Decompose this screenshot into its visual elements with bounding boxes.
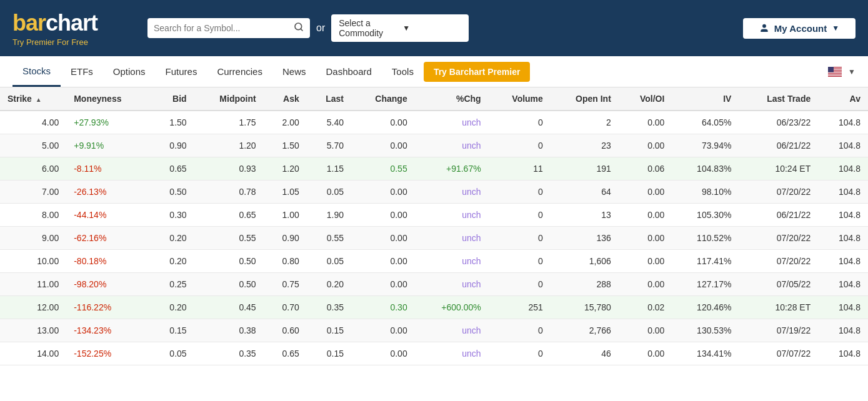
cell-pchg: unch: [415, 204, 489, 227]
flag-icon[interactable]: [828, 67, 842, 77]
cell-bid: 0.20: [151, 250, 194, 273]
col-header-strike[interactable]: Strike ▲: [0, 87, 66, 111]
col-header-bid: Bid: [151, 87, 194, 111]
cell-iv: 110.52%: [672, 227, 739, 250]
cell-iv: 120.46%: [672, 296, 739, 319]
cell-volume: 11: [489, 157, 551, 181]
col-header-ask: Ask: [264, 87, 307, 111]
my-account-button[interactable]: My Account ▼: [743, 18, 856, 39]
cell-change: 0.55: [351, 157, 415, 181]
table-header-row: Strike ▲ Moneyness Bid Midpoint Ask Last…: [0, 87, 868, 111]
nav-item-currencies[interactable]: Currencies: [207, 57, 272, 86]
search-input[interactable]: [154, 23, 289, 33]
cell-last: 0.15: [307, 319, 351, 342]
nav-items: Stocks ETFs Options Futures Currencies N…: [12, 57, 816, 87]
cell-ask: 0.80: [264, 250, 307, 273]
table-row[interactable]: 11.00 -98.20% 0.25 0.50 0.75 0.20 0.00 u…: [0, 273, 868, 296]
cell-last-trade: 07/20/22: [739, 227, 818, 250]
cell-pchg: unch: [415, 250, 489, 273]
logo-area: barchart Try Premier For Free: [12, 10, 137, 47]
cell-open-int: 136: [551, 227, 619, 250]
cell-ask: 0.75: [264, 273, 307, 296]
cell-strike: 13.00: [0, 319, 66, 342]
try-premier-link[interactable]: Try Premier For Free: [12, 37, 137, 47]
table-row[interactable]: 14.00 -152.25% 0.05 0.35 0.65 0.15 0.00 …: [0, 342, 868, 365]
cell-strike: 6.00: [0, 157, 66, 181]
nav-item-options[interactable]: Options: [103, 57, 156, 86]
nav-item-futures[interactable]: Futures: [156, 57, 207, 86]
cell-change: 0.00: [351, 227, 415, 250]
table-row[interactable]: 7.00 -26.13% 0.50 0.78 1.05 0.05 0.00 un…: [0, 181, 868, 204]
cell-bid: 0.25: [151, 273, 194, 296]
cell-open-int: 23: [551, 134, 619, 157]
cell-iv: 64.05%: [672, 111, 739, 134]
cell-pchg: +600.00%: [415, 296, 489, 319]
search-icon: [294, 22, 304, 32]
table-row[interactable]: 5.00 +9.91% 0.90 1.20 1.50 5.70 0.00 unc…: [0, 134, 868, 157]
logo[interactable]: barchart: [12, 10, 137, 36]
col-header-iv: IV: [672, 87, 739, 111]
svg-rect-10: [828, 67, 834, 72]
cell-moneyness: +9.91%: [66, 134, 151, 157]
table-row[interactable]: 8.00 -44.14% 0.30 0.65 1.00 1.90 0.00 un…: [0, 204, 868, 227]
table-row[interactable]: 9.00 -62.16% 0.20 0.55 0.90 0.55 0.00 un…: [0, 227, 868, 250]
cell-last: 1.15: [307, 157, 351, 181]
cell-volume: 0: [489, 111, 551, 134]
cell-midpoint: 0.50: [194, 273, 264, 296]
cell-change: 0.00: [351, 181, 415, 204]
cell-av: 104.8: [818, 111, 868, 134]
data-table-container: Strike ▲ Moneyness Bid Midpoint Ask Last…: [0, 87, 868, 365]
nav-item-etfs[interactable]: ETFs: [61, 57, 103, 86]
table-row[interactable]: 12.00 -116.22% 0.20 0.45 0.70 0.35 0.30 …: [0, 296, 868, 319]
cell-ask: 0.65: [264, 342, 307, 365]
cell-open-int: 64: [551, 181, 619, 204]
cell-strike: 12.00: [0, 296, 66, 319]
cell-av: 104.8: [818, 250, 868, 273]
cell-iv: 130.53%: [672, 319, 739, 342]
chevron-down-icon: ▼: [832, 24, 839, 32]
cell-volume: 0: [489, 181, 551, 204]
cell-open-int: 191: [551, 157, 619, 181]
col-header-av: Av: [818, 87, 868, 111]
table-row[interactable]: 4.00 +27.93% 1.50 1.75 2.00 5.40 0.00 un…: [0, 111, 868, 134]
cell-last: 0.05: [307, 250, 351, 273]
cell-pchg: unch: [415, 134, 489, 157]
col-header-last: Last: [307, 87, 351, 111]
search-box[interactable]: [147, 18, 310, 38]
or-label: or: [316, 22, 325, 34]
cell-volume: 0: [489, 342, 551, 365]
nav-item-dashboard[interactable]: Dashboard: [316, 57, 381, 86]
cell-open-int: 2,766: [551, 319, 619, 342]
cell-pchg: unch: [415, 111, 489, 134]
cell-strike: 14.00: [0, 342, 66, 365]
cell-vol-oi: 0.00: [619, 342, 672, 365]
cell-moneyness: -134.23%: [66, 319, 151, 342]
cell-ask: 1.05: [264, 181, 307, 204]
table-row[interactable]: 6.00 -8.11% 0.65 0.93 1.20 1.15 0.55 +91…: [0, 157, 868, 181]
cell-strike: 5.00: [0, 134, 66, 157]
svg-rect-7: [828, 72, 842, 72]
svg-point-2: [762, 24, 766, 27]
cell-ask: 0.90: [264, 227, 307, 250]
col-header-volume: Volume: [489, 87, 551, 111]
cell-last-trade: 10:24 ET: [739, 157, 818, 181]
cell-vol-oi: 0.00: [619, 319, 672, 342]
search-icon-btn[interactable]: [294, 22, 304, 34]
nav-item-tools[interactable]: Tools: [382, 57, 424, 86]
my-account-label: My Account: [774, 23, 827, 34]
cell-volume: 251: [489, 296, 551, 319]
nav-item-stocks[interactable]: Stocks: [12, 57, 61, 87]
nav-right: ▼: [828, 67, 856, 77]
table-row[interactable]: 10.00 -80.18% 0.20 0.50 0.80 0.05 0.00 u…: [0, 250, 868, 273]
cell-bid: 0.30: [151, 204, 194, 227]
cell-av: 104.8: [818, 181, 868, 204]
try-premier-btn[interactable]: Try Barchart Premier: [424, 62, 531, 82]
commodity-dropdown[interactable]: Select a Commodity ▼: [331, 14, 469, 42]
cell-av: 104.8: [818, 342, 868, 365]
flag-chevron-icon[interactable]: ▼: [848, 67, 856, 76]
table-row[interactable]: 13.00 -134.23% 0.15 0.38 0.60 0.15 0.00 …: [0, 319, 868, 342]
cell-midpoint: 0.93: [194, 157, 264, 181]
nav-item-news[interactable]: News: [272, 57, 316, 86]
cell-moneyness: -98.20%: [66, 273, 151, 296]
cell-pchg: unch: [415, 273, 489, 296]
